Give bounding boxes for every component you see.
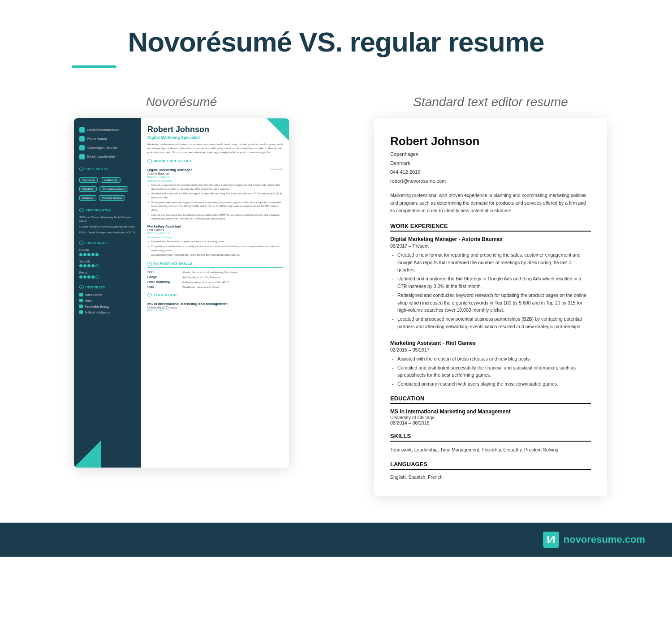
contact-linkedin: linkedin.com/in/robert	[87, 155, 115, 159]
std-edu-dates: 06/2014 – 06/2016	[390, 420, 591, 425]
contact-phone-item: Phone Number	[79, 136, 136, 142]
skill-tag-time-management: Time Management	[99, 186, 128, 192]
std-job-2-title: Marketing Assistant - Riot Games	[390, 340, 591, 346]
std-job-1-bullet-3: Redesigned and conducted keyword researc…	[390, 292, 591, 314]
job-1-task-2: Updated and monitored the Bid Strategy i…	[147, 192, 283, 199]
interests-heading: INTERESTS	[79, 285, 136, 289]
phone-icon	[79, 136, 85, 142]
header: Novorésumé VS. regular resume	[0, 0, 672, 82]
languages-heading: LANGUAGES	[79, 240, 136, 245]
std-job-2-dates: 02/2015 – 05/2017	[390, 347, 591, 352]
cert-2: Google Analytics Individual Qualificatio…	[79, 225, 136, 229]
skills-section-icon	[147, 262, 152, 266]
edu-entry-1: MS in International Marketing and Manage…	[147, 302, 283, 312]
std-skills-heading: SKILLS	[390, 433, 591, 442]
comparison-area: Novorésumé robert@novoresume.com	[0, 82, 672, 496]
footer-brand-text: novoresume.com	[564, 534, 645, 545]
std-contact-block: Copenhagen Denmark 044 412 2019 robert@n…	[390, 150, 591, 185]
novo-resume-card: robert@novoresume.com Phone Number Copen…	[74, 118, 289, 468]
novo-summary: Marketing professional with proven exper…	[147, 142, 283, 155]
novo-work-heading: WORK EXPERIENCE	[147, 159, 283, 165]
skill-tag-empathy: Empathy	[79, 195, 96, 201]
novo-edu-section: EDUCATION MS in International Marketing …	[147, 293, 283, 312]
left-section: Novorésumé robert@novoresume.com	[27, 95, 336, 468]
std-job-2-bullet-1: Assisted with the creation of press rele…	[390, 355, 591, 363]
interest-ai: Artificial Intelligence	[79, 310, 136, 314]
job-1-location: New York	[271, 168, 283, 171]
std-edu-school: University of Chicago	[390, 415, 591, 420]
certificates-heading: CERTIFICATES	[79, 208, 136, 212]
std-skills-text: Teamwork, Leadership, Time Management, F…	[390, 446, 591, 454]
renewable-energy-icon	[79, 305, 83, 308]
job-2-company: Riot Games	[147, 228, 283, 232]
novo-work-section: WORK EXPERIENCE New York Digital Marketi…	[147, 159, 283, 257]
std-job-1-dates: 06/2017 – Present	[390, 243, 591, 249]
lang-spanish: Spanish	[79, 260, 136, 267]
edu-section-icon	[147, 293, 152, 297]
interests-icon	[79, 285, 84, 289]
novo-job-title: Digital Marketing Specialist	[147, 135, 283, 140]
job-1-title: Digital Marketing Manager	[147, 168, 283, 172]
footer: novoresume.com	[0, 523, 672, 557]
teal-corner-bottom-left	[74, 441, 101, 468]
edu-dates: 06/2013 - 06/2015	[147, 309, 283, 312]
std-work-heading: WORK EXPERIENCE	[390, 223, 591, 232]
job-1-task-1: Created a new format for reporting and p…	[147, 183, 283, 191]
video-games-icon	[79, 293, 83, 296]
novo-skills-section: MARKETING SKILLS SEO Ahrefs, Semrush and…	[147, 262, 283, 288]
right-label: Standard text editor resume	[413, 95, 568, 109]
edu-degree: MS in International Marketing and Manage…	[147, 302, 283, 306]
std-lang-heading: LANGUAGES	[390, 461, 591, 470]
std-name: Robert Johnson	[390, 134, 591, 148]
footer-n-icon	[543, 532, 559, 548]
soft-skills-heading: SOFT SKILLS	[79, 167, 136, 171]
novo-main-content: Robert Johnson Digital Marketing Special…	[141, 118, 289, 468]
contact-location-item: Copenhagen, Denmark	[79, 145, 136, 150]
lang-french: French	[79, 271, 136, 279]
left-label: Novorésumé	[146, 95, 217, 109]
edu-school: University of Chicago	[147, 306, 283, 309]
page-title: Novorésumé VS. regular resume	[36, 27, 636, 57]
job-2: Marketing Assistant Riot Games 02/2015 -…	[147, 224, 283, 257]
music-icon	[79, 299, 83, 302]
skill-tag-problem-solving: Problem Solving	[99, 195, 125, 201]
job-1-company: Astoria Baumax	[147, 172, 283, 175]
std-job-1-bullet-2: Updated and monitored the Bid Strategy i…	[390, 275, 591, 290]
soft-skills-icon	[79, 167, 84, 171]
interest-music: Music	[79, 299, 136, 302]
skill-email: Email Marketing ActiveCampaign, Litmus a…	[147, 280, 283, 283]
skills-table: SEO Ahrefs, Semrush and Link-building Te…	[147, 271, 283, 288]
job-2-task-2: Compiled and distributed successfully th…	[147, 245, 283, 252]
contact-linkedin-item: linkedin.com/in/robert	[79, 154, 136, 159]
linkedin-icon	[79, 154, 85, 159]
skill-google: Google Ads, Analytics and Tag Manager	[147, 275, 283, 279]
skill-cms: CMS WordPress, Joomla and Ghost	[147, 285, 283, 288]
job-2-task-3: Conducted primary research with users pl…	[147, 253, 283, 257]
std-job-1-bullet-1: Created a new format for reporting and p…	[390, 251, 591, 274]
right-section: Standard text editor resume Robert Johns…	[336, 95, 645, 496]
email-icon	[79, 127, 85, 133]
std-job-1-title: Digital Marketing Manager - Astoria Baum…	[390, 236, 591, 242]
job-1: New York Digital Marketing Manager Astor…	[147, 168, 283, 221]
job-2-title: Marketing Assistant	[147, 224, 283, 228]
standard-resume-card: Robert Johnson Copenhagen Denmark 044 41…	[374, 118, 607, 496]
job-1-task-4: Located and proposed new potential busin…	[147, 213, 283, 221]
location-icon	[79, 145, 85, 150]
std-job-2-bullet-3: Conducted primary research with users pl…	[390, 380, 591, 388]
work-section-icon	[147, 159, 152, 163]
novo-sidebar: robert@novoresume.com Phone Number Copen…	[74, 118, 141, 468]
page-wrapper: Novorésumé VS. regular resume Novorésumé…	[0, 0, 672, 557]
std-job-2-bullet-2: Compiled and distributed successfully th…	[390, 364, 591, 379]
contact-phone: Phone Number	[87, 137, 107, 141]
std-edu-degree: MS in International Marketing and Manage…	[390, 408, 591, 415]
novo-name: Robert Johnson	[147, 125, 283, 134]
interest-video-games: Video Games	[79, 293, 136, 296]
footer-logo: novoresume.com	[543, 532, 645, 548]
job-2-task-1: Assisted with the creation of press rele…	[147, 240, 283, 244]
skill-tag-teamwork: Teamwork	[79, 177, 98, 183]
novo-skills-heading: MARKETING SKILLS	[147, 262, 283, 268]
novo-edu-heading: EDUCATION	[147, 293, 283, 299]
std-edu-heading: EDUCATION	[390, 395, 591, 404]
skill-seo: SEO Ahrefs, Semrush and Link-building Te…	[147, 271, 283, 274]
cert-3: PCM - Digital Management Certification (…	[79, 231, 136, 235]
